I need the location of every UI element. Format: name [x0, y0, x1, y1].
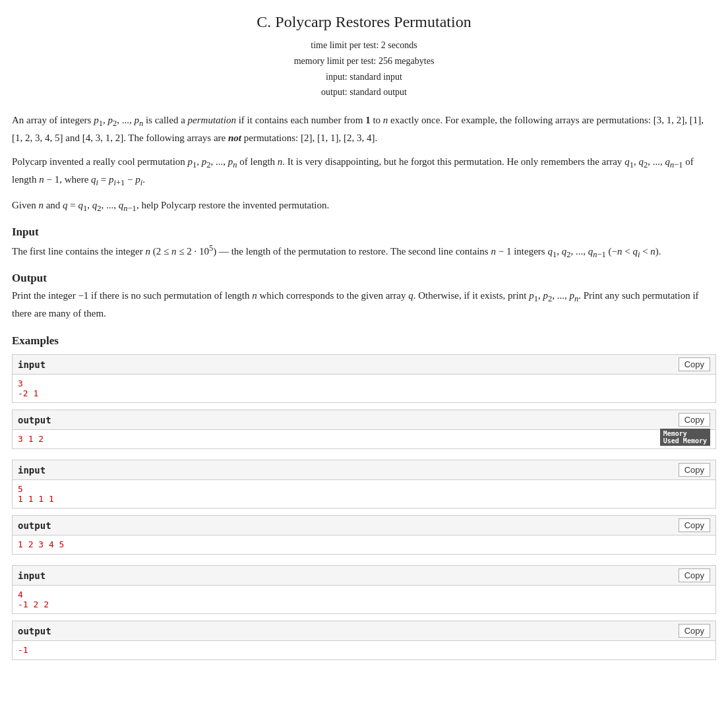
example-1-input-content: 3 -2 1 — [13, 375, 715, 402]
output-section-text: Print the integer −1 if there is no such… — [12, 288, 716, 321]
example-2-output-header: output Copy — [13, 516, 715, 535]
example-3-input: input Copy 4 -1 2 2 — [12, 565, 716, 614]
output-type: output: standard output — [12, 84, 716, 100]
example-2-input: input Copy 5 1 1 1 1 — [12, 460, 716, 508]
example-2-output-copy-button[interactable]: Copy — [679, 518, 710, 532]
example-3-output-copy-button[interactable]: Copy — [679, 624, 710, 638]
example-3-input-copy-button[interactable]: Copy — [679, 568, 710, 582]
example-3-output-header: output Copy — [13, 621, 715, 641]
example-2-input-line2: 1 1 1 1 — [18, 494, 710, 504]
time-limit: time limit per test: 2 seconds — [12, 38, 716, 53]
example-1-output-content: 3 1 2 — [13, 430, 715, 448]
example-3-input-label: input — [18, 570, 46, 581]
page-title: C. Polycarp Restores Permutation — [12, 13, 716, 31]
example-3-output-label: output — [18, 626, 51, 636]
memory-limit: memory limit per test: 256 megabytes — [12, 53, 716, 69]
example-1-input-label: input — [18, 359, 46, 370]
paragraph3: Given n and q = q1, q2, ..., qn−1, help … — [12, 197, 716, 215]
example-3-input-content: 4 -1 2 2 — [13, 586, 715, 613]
paragraph1: An array of integers p1, p2, ..., pn is … — [12, 112, 716, 146]
example-2-output: output Copy 1 2 3 4 5 — [12, 515, 716, 555]
example-3-input-line1: 4 — [18, 590, 710, 599]
input-section-title: Input — [12, 226, 716, 239]
example-1-output-header: output Copy Memory Used Memory — [13, 410, 715, 430]
example-2-input-line1: 5 — [18, 484, 710, 494]
example-1-output-line1: 3 1 2 — [18, 434, 710, 444]
example-2-output-label: output — [18, 520, 51, 531]
input-type: input: standard input — [12, 69, 716, 85]
paragraph2: Polycarp invented a really cool permutat… — [12, 154, 716, 189]
example-2-input-header: input Copy — [13, 460, 715, 480]
output-section-title: Output — [12, 272, 716, 285]
example-3-input-line2: -1 2 2 — [18, 599, 710, 609]
example-1-output-label: output — [18, 415, 51, 425]
example-3-output-content: -1 — [13, 641, 715, 659]
example-1-input-line2: -2 1 — [18, 388, 710, 398]
memory-tooltip: Memory Used Memory — [660, 429, 710, 446]
example-2-input-copy-button[interactable]: Copy — [679, 463, 710, 477]
example-1-input-header: input Copy — [13, 355, 715, 375]
examples-title: Examples — [12, 334, 716, 348]
problem-meta: time limit per test: 2 seconds memory li… — [12, 38, 716, 100]
example-1-output: output Copy Memory Used Memory 3 1 2 — [12, 410, 716, 449]
example-3-output: output Copy -1 — [12, 621, 716, 660]
example-1-input: input Copy 3 -2 1 — [12, 354, 716, 403]
example-2-input-label: input — [18, 465, 46, 475]
example-2-output-content: 1 2 3 4 5 — [13, 535, 715, 554]
example-1-input-copy-button[interactable]: Copy — [679, 357, 710, 371]
example-3-input-header: input Copy — [13, 566, 715, 586]
example-1-output-copy-button[interactable]: Copy — [679, 413, 710, 427]
example-3-output-line1: -1 — [18, 645, 710, 655]
input-section-text: The first line contains the integer n (2… — [12, 241, 716, 261]
example-2-output-line1: 1 2 3 4 5 — [18, 539, 710, 549]
example-2-input-content: 5 1 1 1 1 — [13, 480, 715, 508]
example-1-input-line1: 3 — [18, 379, 710, 388]
